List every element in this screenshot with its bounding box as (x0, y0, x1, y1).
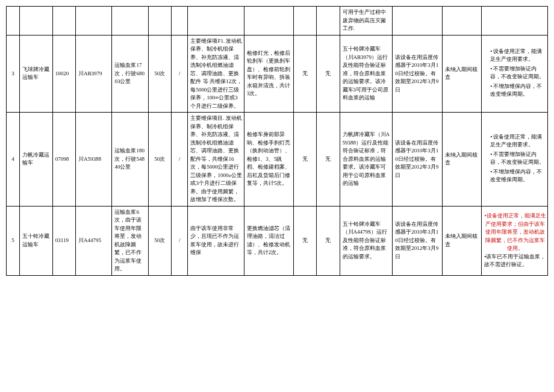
row-index: 5 (7, 206, 20, 275)
vehicle-name: 五十铃冷藏运输车 (19, 206, 52, 275)
row-index: 3 (7, 35, 20, 113)
col-none-1: 无 (293, 113, 316, 207)
evaluation-desc: 可用于生产过程中废弃物的高压灭菌工作. (340, 7, 393, 36)
vehicle-name: 力帆冷藏运输车 (19, 113, 52, 207)
usage-record: 运输血浆17次，行驶68003公里 (112, 35, 148, 113)
table-row: 3飞球牌冷藏运输车10020川AB3979运输血浆17次，行驶68003公里50… (7, 35, 548, 113)
conclusion-after-text: •该车已不用于运输血浆，故不需进行验证。 (484, 253, 546, 269)
maintenance-desc: 主要维保项F1. 发动机保养、制冷机组保养、补充防冻液、清洗制冷机组燃油滤芯、调… (188, 35, 244, 113)
license-plate: 川A44795 (76, 206, 112, 275)
conclusion-list: 设备使用正常，能满足生产使用要求。不需要增加验证内容，不改变验证周期。不增加维保… (484, 133, 546, 184)
usage-record (112, 7, 148, 36)
vehicle-code: 10020 (52, 35, 75, 113)
maintenance-desc: 主要维保项目. 发动机保养、制冷机组保养、补充防冻液、清洗制冷机组燃油滤芯、调理… (188, 113, 244, 207)
evaluation-desc: 五十铃牌冷藏车（川A4479S）运行及性能符合验证标准，符合原料血浆的运输要求。 (340, 206, 393, 275)
license-plate (76, 7, 112, 36)
conclusion-list: 设备使用正常，能满足生产使用要求。不需要增加验证内容，不改变验证周期。不增加维保… (484, 48, 546, 99)
conclusion-item: 设备使用正常，能满足生产使用要求。 (490, 48, 546, 64)
col-none-2 (317, 7, 340, 36)
plan-count: 50次 (148, 113, 171, 207)
repair-desc (244, 7, 293, 36)
conclusion-red-text: •设备使用正常，能满足生产使用要求；但由于该车使用年限将至，发动机故障频繁，已不… (484, 212, 546, 253)
evaluation-desc: 力帆牌冷藏车（川A59388）运行及性能符合验证标准，符合原料血浆的运输要求。该… (340, 113, 393, 207)
period-check (442, 7, 482, 36)
slash-cell: / (172, 113, 188, 207)
conclusion-item: 设备使用正常，能满足生产使用要求。 (490, 133, 546, 149)
conclusion-cell (482, 7, 548, 36)
period-check: 未纳入期间核查 (442, 206, 482, 275)
slash-cell: / (172, 35, 188, 113)
col-none-1: 无 (293, 35, 316, 113)
table-row: 4力帆冷藏运输车07098川A59388运输血浆180次，行驶54840公里50… (7, 113, 548, 207)
plan-count (148, 7, 171, 36)
vehicle-name: 飞球牌冷藏运输车 (19, 35, 52, 113)
calibration-desc: 该设备在用温度传感器于2010年3月10日经过校验。有效期至2012年3月9日 (393, 113, 442, 207)
col-none-1 (293, 7, 316, 36)
license-plate: 川A59388 (76, 113, 112, 207)
table-row: 可用于生产过程中废弃物的高压灭菌工作. (7, 7, 548, 36)
period-check: 未纳入期间核查 (442, 113, 482, 207)
repair-desc: 检修灯光，检修后轮刹车（更换刹车盘）、检修前轮刹车时有异响、拆装水箱并清洗，共计… (244, 35, 293, 113)
usage-record: 运输血浆6次，由于该车使用年限将至，发动机故障频繁，已不作为运浆车使用。 (112, 206, 148, 275)
usage-record: 运输血浆180次，行驶54840公里 (112, 113, 148, 207)
equipment-table: 可用于生产过程中废弃物的高压灭菌工作.3飞球牌冷藏运输车10020川AB3979… (6, 6, 548, 276)
maintenance-desc: 由于该车使用非常少，且现已不作为运浆车使用，故未进行维保 (188, 206, 244, 275)
table-row: 5五十铃冷藏运输车03119川A44795运输血浆6次，由于该车使用年限将至，发… (7, 206, 548, 275)
conclusion-item: 不增加维保内容，不改变维保周期。 (490, 168, 546, 184)
conclusion-cell: 设备使用正常，能满足生产使用要求。不需要增加验证内容，不改变验证周期。不增加维保… (482, 35, 548, 113)
row-index (7, 7, 20, 36)
conclusion-item: 不需要增加验证内容，不改变验证周期。 (490, 65, 546, 81)
calibration-desc (393, 7, 442, 36)
plan-count: 50次 (148, 35, 171, 113)
maintenance-desc (188, 7, 244, 36)
slash-cell: / (172, 206, 188, 275)
conclusion-item: 不需要增加验证内容，不改变验证周期。 (490, 151, 546, 167)
calibration-desc: 该设备在用温度传感器于2010年3月10日经过校验。有效期至2012年3月9日 (393, 35, 442, 113)
conclusion-cell: 设备使用正常，能满足生产使用要求。不需要增加验证内容，不改变验证周期。不增加维保… (482, 113, 548, 207)
conclusion-cell: •设备使用正常，能满足生产使用要求；但由于该车使用年限将至，发动机故障频繁，已不… (482, 206, 548, 275)
repair-desc: 检修车身前部异响、检修手刹灯亮（换刹动油管）、检修1、3、5跳档、检修建档案、后… (244, 113, 293, 207)
col-none-2: 无 (317, 113, 340, 207)
repair-desc: 更换燃油滤芯（清理油路，清洁过滤）、检修发动机等，共计2次。 (244, 206, 293, 275)
vehicle-code (52, 7, 75, 36)
vehicle-code: 03119 (52, 206, 75, 275)
col-none-2: 无 (317, 206, 340, 275)
conclusion-item: 不增加维保内容，不改变维保周期。 (490, 82, 546, 99)
col-none-1: 无 (293, 206, 316, 275)
calibration-desc: 该设备在用温度传感器于2010年3月10日经过校验。有效期至2012年3月9日 (393, 206, 442, 275)
period-check: 未纳入期间核查 (442, 35, 482, 113)
slash-cell (172, 7, 188, 36)
vehicle-code: 07098 (52, 113, 75, 207)
col-none-2: 无 (317, 35, 340, 113)
vehicle-name (19, 7, 52, 36)
license-plate: 川AB3979 (76, 35, 112, 113)
evaluation-desc: 五十铃牌冷藏车（川AB3979）运行及性能符合验证标准，符合原料血浆的运输要求。… (340, 35, 393, 113)
row-index: 4 (7, 113, 20, 207)
plan-count: 50次 (148, 206, 171, 275)
